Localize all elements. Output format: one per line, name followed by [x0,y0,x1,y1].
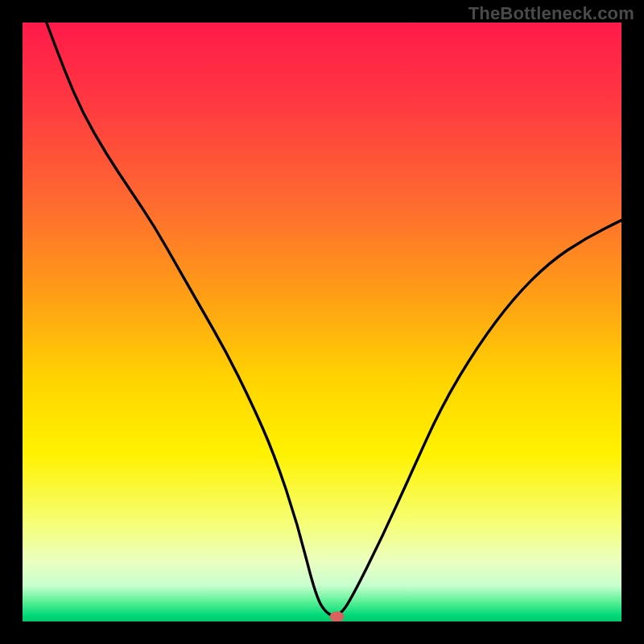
plot-area [23,23,621,621]
optimal-marker [330,612,345,621]
watermark-text: TheBottleneck.com [469,3,634,24]
chart-frame: TheBottleneck.com [0,0,644,644]
bottleneck-chart [23,23,621,621]
gradient-background [23,23,621,621]
